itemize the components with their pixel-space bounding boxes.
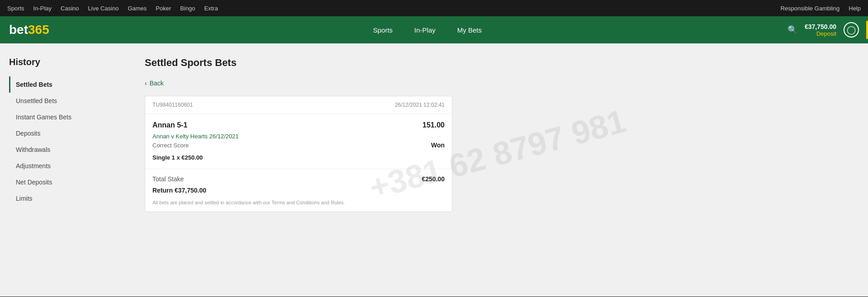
logo-bet: bet [9, 23, 28, 37]
top-nav-casino[interactable]: Casino [61, 5, 79, 12]
top-nav-poker[interactable]: Poker [156, 5, 171, 12]
yellow-bar [866, 21, 868, 39]
bet-stake: Single 1 x €250.00 [152, 154, 203, 161]
bet-date: 26/12/2021 12:02:41 [395, 102, 445, 108]
chevron-left-icon: ‹ [145, 80, 147, 87]
nav-mybets[interactable]: My Bets [455, 23, 484, 38]
sidebar-item-adjustments[interactable]: Adjustments [9, 158, 118, 174]
return-row: Return €37,750.00 [152, 186, 445, 194]
sidebar-item-unsettled-bets[interactable]: Unsettled Bets [9, 93, 118, 109]
sidebar-item-withdrawals[interactable]: Withdrawals [9, 141, 118, 158]
nav-sports[interactable]: Sports [371, 23, 394, 38]
page-title: Settled Sports Bets [145, 57, 850, 69]
bet-odds: 151.00 [422, 121, 445, 129]
logo-365: 365 [28, 23, 49, 37]
sidebar: History Settled Bets Unsettled Bets Inst… [0, 43, 127, 297]
total-stake-label: Total Stake [152, 175, 184, 183]
sidebar-item-instant-games[interactable]: Instant Games Bets [9, 109, 118, 125]
sidebar-item-deposits[interactable]: Deposits [9, 125, 118, 141]
user-icon[interactable]: ◯ [844, 22, 859, 38]
sidebar-item-settled-bets[interactable]: Settled Bets [9, 76, 118, 93]
sidebar-item-limits[interactable]: Limits [9, 190, 118, 207]
top-nav-left: Sports In-Play Casino Live Casino Games … [7, 5, 218, 12]
bet-card: TU98401160601 26/12/2021 12:02:41 Annan … [145, 96, 452, 212]
logo[interactable]: bet365 [9, 23, 49, 37]
terms-text: All bets are placed and settled in accor… [152, 200, 445, 205]
return-label: Return €37,750.00 [152, 187, 206, 194]
top-nav-sports[interactable]: Sports [7, 5, 24, 12]
main-nav: Sports In-Play My Bets [67, 23, 787, 38]
content-wrapper: History Settled Bets Unsettled Bets Inst… [0, 43, 868, 297]
top-nav-bingo[interactable]: Bingo [180, 5, 195, 12]
top-nav-inplay[interactable]: In-Play [33, 5, 52, 12]
total-stake-value: €250.00 [422, 175, 445, 183]
bet-id: TU98401160601 [152, 102, 193, 108]
back-label: Back [150, 80, 164, 87]
help-link[interactable]: Help [849, 5, 861, 12]
bet-card-header: TU98401160601 26/12/2021 12:02:41 [145, 96, 452, 114]
bet-match: Annan v Kelty Hearts 26/12/2021 [152, 133, 445, 140]
balance-area[interactable]: €37,750.00 Deposit [805, 23, 836, 37]
deposit-link[interactable]: Deposit [816, 30, 836, 37]
balance-amount: €37,750.00 [805, 23, 836, 30]
bet-stake-row: Single 1 x €250.00 [152, 153, 445, 161]
sidebar-item-net-deposits[interactable]: Net Deposits [9, 174, 118, 190]
back-link[interactable]: ‹ Back [145, 80, 850, 87]
bet-card-footer: Total Stake €250.00 Return €37,750.00 Al… [145, 169, 452, 212]
top-navigation: Sports In-Play Casino Live Casino Games … [0, 0, 868, 16]
header-right: 🔍 €37,750.00 Deposit ◯ [787, 22, 859, 38]
bet-market: Correct Score [152, 142, 189, 149]
sidebar-items: Settled Bets Unsettled Bets Instant Game… [9, 76, 118, 207]
main-header: bet365 Sports In-Play My Bets 🔍 €37,750.… [0, 16, 868, 43]
top-nav-live-casino[interactable]: Live Casino [88, 5, 119, 12]
responsible-gambling-link[interactable]: Responsible Gambling [780, 5, 840, 12]
main-content: Settled Sports Bets ‹ Back +381 62 8797 … [127, 43, 868, 297]
bet-result: Won [431, 141, 445, 149]
nav-inplay[interactable]: In-Play [413, 23, 437, 38]
bet-card-wrapper: +381 62 8797 981 TU98401160601 26/12/202… [145, 96, 850, 212]
top-nav-extra[interactable]: Extra [204, 5, 218, 12]
bet-selection-name: Annan 5-1 [152, 121, 187, 129]
top-nav-games[interactable]: Games [128, 5, 147, 12]
bet-card-body: Annan 5-1 151.00 Annan v Kelty Hearts 26… [145, 114, 452, 169]
search-icon[interactable]: 🔍 [787, 25, 797, 35]
sidebar-title: History [9, 57, 118, 67]
total-stake-row: Total Stake €250.00 [152, 175, 445, 183]
bet-selection-row: Annan 5-1 151.00 [152, 121, 445, 129]
top-nav-right: Responsible Gambling Help [780, 5, 861, 12]
